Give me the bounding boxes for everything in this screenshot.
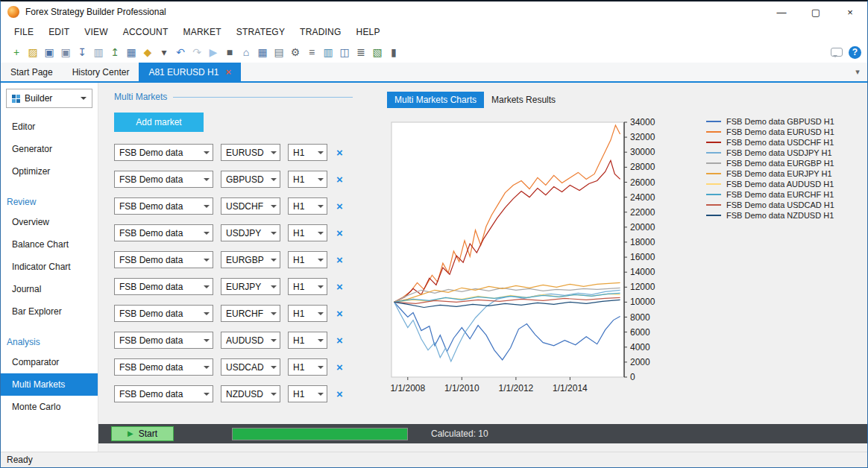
tab-multi-markets-charts[interactable]: Multi Markets Charts: [387, 92, 484, 108]
data-source-select[interactable]: FSB Demo data: [114, 278, 213, 295]
tab-history-center[interactable]: History Center: [63, 63, 139, 81]
period-select[interactable]: H1: [288, 278, 327, 295]
publish-caret-icon[interactable]: ▾: [156, 44, 172, 60]
start-button[interactable]: ▶ Start: [111, 426, 174, 441]
open-folder-icon[interactable]: ▨: [25, 44, 41, 60]
remove-market-button[interactable]: ×: [336, 147, 343, 158]
data-grid-icon[interactable]: ▤: [271, 44, 287, 60]
menu-item[interactable]: STRATEGY: [229, 27, 292, 37]
sidebar-item-balance-chart[interactable]: Balance Chart: [1, 233, 98, 256]
sidebar-item-indicator-chart[interactable]: Indicator Chart: [1, 256, 98, 278]
journal-list-icon[interactable]: ≡: [304, 44, 320, 60]
period-select[interactable]: H1: [288, 358, 327, 376]
symbol-select[interactable]: USDCHF: [221, 197, 280, 215]
symbol-select[interactable]: EURJPY: [221, 278, 280, 295]
stop-icon[interactable]: ■: [221, 44, 238, 60]
help-icon[interactable]: ?: [849, 46, 861, 59]
maximize-button[interactable]: ▢: [799, 1, 833, 22]
sort-icon[interactable]: ≣: [353, 44, 369, 60]
tab-close-icon[interactable]: ×: [225, 66, 231, 78]
market-row: FSB Demo data GBPUSD H1: [114, 171, 353, 188]
export-icon[interactable]: ↥: [107, 44, 123, 60]
sidebar-item-journal[interactable]: Journal: [1, 278, 98, 300]
menu-item[interactable]: TRADING: [292, 27, 348, 37]
redo-icon[interactable]: ↷: [189, 44, 205, 60]
sidebar-item-editor[interactable]: Editor: [1, 116, 98, 138]
symbol-select[interactable]: GBPUSD: [221, 171, 280, 188]
symbol-select[interactable]: USDCAD: [221, 358, 280, 376]
remove-market-button[interactable]: ×: [336, 308, 343, 319]
remove-market-button[interactable]: ×: [336, 254, 343, 265]
data-source-select[interactable]: FSB Demo data: [114, 332, 213, 349]
remove-market-button[interactable]: ×: [336, 335, 343, 346]
symbol-select[interactable]: EURCHF: [221, 305, 280, 322]
menu-item[interactable]: FILE: [7, 27, 41, 37]
menu-item[interactable]: VIEW: [77, 27, 115, 37]
export-save-icon[interactable]: ▦: [123, 44, 139, 60]
add-market-button[interactable]: Add market: [114, 113, 204, 132]
menu-item[interactable]: EDIT: [41, 27, 77, 37]
symbol-select[interactable]: USDJPY: [221, 224, 280, 241]
play-icon[interactable]: ▶: [205, 44, 221, 60]
period-select[interactable]: H1: [288, 251, 327, 268]
data-source-select[interactable]: FSB Demo data: [114, 197, 213, 215]
menu-item[interactable]: MARKET: [176, 27, 229, 37]
sidebar-item-optimizer[interactable]: Optimizer: [1, 160, 98, 183]
sidebar-item-comparator[interactable]: Comparator: [1, 351, 98, 373]
symbol-select[interactable]: EURUSD: [221, 144, 280, 161]
undo-icon[interactable]: ↶: [172, 44, 189, 60]
sidebar-item-monte-carlo[interactable]: Monte Carlo: [1, 396, 98, 418]
period-select[interactable]: H1: [288, 197, 327, 215]
remove-market-button[interactable]: ×: [336, 388, 343, 399]
minimize-button[interactable]: —: [764, 1, 799, 22]
tab-start-page[interactable]: Start Page: [1, 63, 63, 81]
period-select[interactable]: H1: [288, 224, 327, 241]
home-icon[interactable]: ⌂: [238, 44, 254, 60]
data-source-select[interactable]: FSB Demo data: [114, 385, 213, 402]
remove-market-button[interactable]: ×: [336, 174, 343, 185]
remove-market-button[interactable]: ×: [336, 361, 343, 373]
period-select[interactable]: H1: [288, 332, 327, 349]
paste-data-icon[interactable]: ▥: [90, 44, 107, 60]
sidebar-item-multi-markets[interactable]: Multi Markets: [1, 373, 98, 396]
menu-item[interactable]: HELP: [349, 27, 388, 37]
comment-icon[interactable]: [831, 48, 843, 57]
import-history-icon[interactable]: ↧: [74, 44, 90, 60]
symbol-select[interactable]: NZDUSD: [221, 385, 280, 402]
save-icon[interactable]: ▣: [41, 44, 57, 60]
remove-market-button[interactable]: ×: [336, 227, 343, 238]
symbol-select[interactable]: EURGBP: [221, 251, 280, 268]
data-source-select[interactable]: FSB Demo data: [114, 171, 213, 188]
sidebar-item-bar-explorer[interactable]: Bar Explorer: [1, 300, 98, 323]
data-source-select[interactable]: FSB Demo data: [114, 144, 213, 161]
period-select[interactable]: H1: [288, 171, 327, 188]
menu-item[interactable]: ACCOUNT: [116, 27, 176, 37]
strategy-edit-icon[interactable]: ▧: [369, 44, 386, 60]
bar-data-icon[interactable]: ▥: [320, 44, 336, 60]
publish-strategy-icon[interactable]: ◆: [139, 44, 156, 60]
symbol-select[interactable]: AUDUSD: [221, 332, 280, 349]
data-source-select[interactable]: FSB Demo data: [114, 305, 213, 322]
close-button[interactable]: ×: [833, 1, 867, 22]
chevron-down-icon[interactable]: ▾: [848, 63, 867, 81]
period-select[interactable]: H1: [288, 144, 327, 161]
sidebar-item-overview[interactable]: Overview: [1, 211, 98, 233]
period-select[interactable]: H1: [288, 305, 327, 322]
data-source-select[interactable]: FSB Demo data: [114, 358, 213, 376]
data-source-select[interactable]: FSB Demo data: [114, 251, 213, 268]
window-layout-icon[interactable]: ◫: [336, 44, 353, 60]
tab-markets-results[interactable]: Markets Results: [484, 92, 563, 108]
remove-market-button[interactable]: ×: [336, 200, 343, 212]
period-select[interactable]: H1: [288, 385, 327, 402]
trade-icon[interactable]: ▮: [386, 44, 402, 60]
portfolio-icon[interactable]: ▦: [254, 44, 271, 60]
save-as-icon[interactable]: ▣: [57, 44, 74, 60]
new-document-icon[interactable]: +: [8, 44, 25, 60]
remove-market-button[interactable]: ×: [336, 281, 343, 292]
sidebar-item-generator[interactable]: Generator: [1, 138, 98, 160]
chevron-down-icon: [268, 202, 280, 211]
builder-menu-button[interactable]: Builder: [6, 89, 92, 108]
tab-strategy-active[interactable]: A81 EURUSD H1 ×: [139, 63, 241, 81]
data-source-select[interactable]: FSB Demo data: [114, 224, 213, 241]
settings-gear-icon[interactable]: ⚙: [287, 44, 304, 60]
